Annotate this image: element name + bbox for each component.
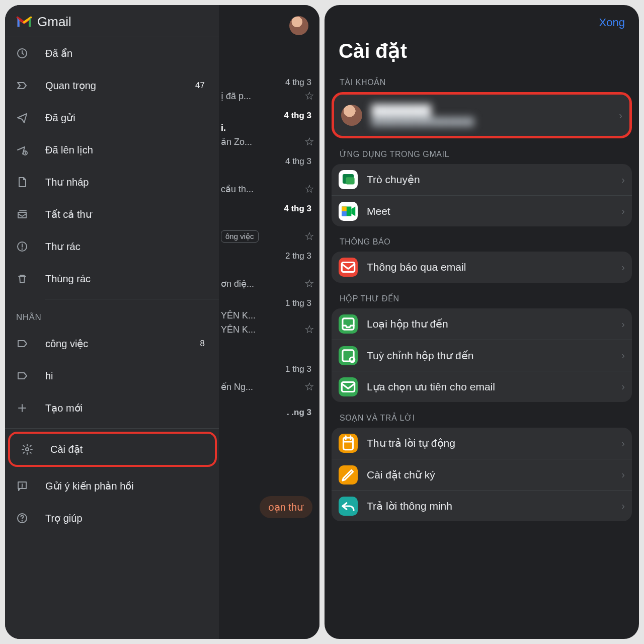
- nav-label: Cài đặt: [50, 443, 204, 455]
- nav-spam[interactable]: Thư rác: [5, 230, 219, 263]
- inbox-type[interactable]: Loại hộp thư đến ›: [332, 308, 632, 340]
- account-row[interactable]: ████████ ██████████████████ ›: [334, 95, 629, 136]
- email-row[interactable]: 1 thg 3 YÊN K... YÊN K...☆: [219, 295, 319, 341]
- setting-label: Tuỳ chỉnh hộp thư đến: [367, 350, 621, 362]
- svg-point-4: [22, 249, 23, 250]
- chevron-right-icon: ›: [621, 174, 625, 186]
- star-icon[interactable]: ☆: [304, 90, 314, 103]
- section-notif: THÔNG BÁO: [325, 226, 639, 252]
- email-row[interactable]: 4 thg 3 i. ản Zo...☆: [219, 108, 319, 153]
- divider: [45, 299, 219, 299]
- label-icon: [16, 370, 28, 382]
- pen-icon: [339, 465, 358, 485]
- compose-list: Thư trả lời tự động › Cài đặt chữ ký › T…: [332, 428, 632, 521]
- compose-button[interactable]: oạn thư: [260, 496, 312, 518]
- star-icon[interactable]: ☆: [304, 277, 314, 290]
- email-date: 4 thg 3: [285, 156, 314, 167]
- email-snippet: ơn điệ...: [221, 278, 254, 289]
- svg-rect-20: [344, 438, 353, 450]
- app-chat[interactable]: Trò chuyện ›: [332, 164, 632, 195]
- app-meet[interactable]: Meet ›: [332, 195, 632, 226]
- smart-reply[interactable]: Trả lời thông minh ›: [332, 490, 632, 521]
- setting-label: Trò chuyện: [367, 174, 621, 186]
- email-row[interactable]: 1 thg 3 ến Ng...☆: [219, 361, 319, 398]
- svg-point-9: [22, 521, 23, 521]
- drawer-header: Gmail: [5, 5, 219, 37]
- chevron-right-icon: ›: [621, 318, 625, 330]
- left-screenshot: Gmail Đã ẩn Quan trọng 47 Đã gửi: [5, 5, 319, 639]
- email-snippet: ến Ng...: [221, 381, 253, 392]
- chevron-right-icon: ›: [619, 110, 622, 121]
- divider: [5, 428, 219, 429]
- inbox-customize[interactable]: Tuỳ chỉnh hộp thư đến ›: [332, 340, 632, 371]
- trash-icon: [16, 273, 28, 285]
- nav-scheduled[interactable]: Đã lên lịch: [5, 134, 219, 166]
- nav-trash[interactable]: Thùng rác: [5, 263, 219, 295]
- mail-priority-icon: [339, 377, 358, 396]
- setting-label: Meet: [367, 205, 621, 217]
- account-name: ████████: [371, 104, 619, 116]
- svg-rect-17: [343, 350, 354, 361]
- setting-label: Thông báo qua email: [367, 261, 621, 273]
- inbox-list: Loại hộp thư đến › Tuỳ chỉnh hộp thư đến…: [332, 308, 632, 402]
- done-button[interactable]: Xong: [599, 16, 625, 29]
- email-date: . .ng 3: [287, 408, 314, 418]
- meet-icon: [339, 202, 358, 221]
- reply-icon: [339, 497, 358, 516]
- clock-icon: [16, 47, 28, 59]
- notif-email[interactable]: Thông báo qua email ›: [332, 252, 632, 283]
- apps-list: Trò chuyện › Meet ›: [332, 164, 632, 226]
- account-email: ██████████████████: [371, 117, 619, 126]
- inbox-customize-icon: [339, 346, 358, 365]
- email-snippet: ản Zo...: [221, 136, 252, 147]
- settings-title: Cài đặt: [325, 33, 639, 66]
- nav-count: 8: [200, 339, 205, 349]
- svg-point-7: [22, 487, 23, 488]
- email-row[interactable]: . .ng 3: [219, 405, 319, 423]
- nav-drafts[interactable]: Thư nháp: [5, 166, 219, 198]
- nav-sent[interactable]: Đã gửi: [5, 102, 219, 134]
- labels-header: NHÃN: [5, 300, 219, 328]
- section-compose: SOẠN VÀ TRẢ LỜI: [325, 402, 639, 428]
- star-icon[interactable]: ☆: [304, 183, 314, 196]
- star-icon[interactable]: ☆: [304, 230, 314, 243]
- svg-rect-13: [342, 206, 347, 211]
- chevron-right-icon: ›: [621, 500, 625, 512]
- auto-reply[interactable]: Thư trả lời tự động ›: [332, 428, 632, 459]
- star-icon[interactable]: ☆: [304, 323, 314, 336]
- label-icon: [16, 338, 28, 350]
- nav-label: Thư rác: [45, 240, 208, 253]
- nav-count: 47: [195, 80, 205, 91]
- setting-label: Trả lời thông minh: [367, 500, 621, 512]
- signature[interactable]: Cài đặt chữ ký ›: [332, 459, 632, 490]
- setting-label: Cài đặt chữ ký: [367, 469, 621, 481]
- setting-label: Loại hộp thư đến: [367, 318, 621, 330]
- nav-help[interactable]: Trợ giúp: [5, 502, 219, 534]
- star-icon[interactable]: ☆: [304, 380, 314, 393]
- file-icon: [16, 176, 28, 188]
- nav-label: Quan trọng: [45, 79, 195, 92]
- label-item[interactable]: hi: [5, 360, 219, 392]
- email-row[interactable]: 4 thg 3 ông việc☆: [219, 201, 319, 248]
- nav-label: Đã lên lịch: [45, 144, 208, 156]
- nav-feedback[interactable]: Gửi ý kiến phản hồi: [5, 470, 219, 502]
- star-icon[interactable]: ☆: [304, 135, 314, 148]
- nav-label: Thùng rác: [45, 273, 208, 285]
- label-item[interactable]: công việc 8: [5, 328, 219, 360]
- chevron-right-icon: ›: [621, 469, 625, 480]
- email-row[interactable]: 4 thg 3 cầu th...☆: [219, 153, 319, 201]
- gmail-logo: Gmail: [16, 14, 71, 30]
- svg-point-5: [26, 448, 29, 451]
- svg-rect-14: [342, 211, 347, 216]
- email-row[interactable]: 2 thg 3 ơn điệ...☆: [219, 248, 319, 295]
- email-row[interactable]: 4 thg 3 ị đã p...☆: [219, 74, 319, 108]
- nav-important[interactable]: Quan trọng 47: [5, 69, 219, 102]
- help-icon: [16, 512, 28, 524]
- inbox-priority[interactable]: Lựa chọn ưu tiên cho email ›: [332, 371, 632, 402]
- create-label[interactable]: Tạo mới: [5, 392, 219, 424]
- important-icon: [16, 79, 28, 92]
- nav-settings[interactable]: Cài đặt: [8, 432, 217, 467]
- avatar[interactable]: [289, 16, 308, 35]
- nav-allmail[interactable]: Tất cả thư: [5, 198, 219, 230]
- nav-snoozed[interactable]: Đã ẩn: [5, 37, 219, 69]
